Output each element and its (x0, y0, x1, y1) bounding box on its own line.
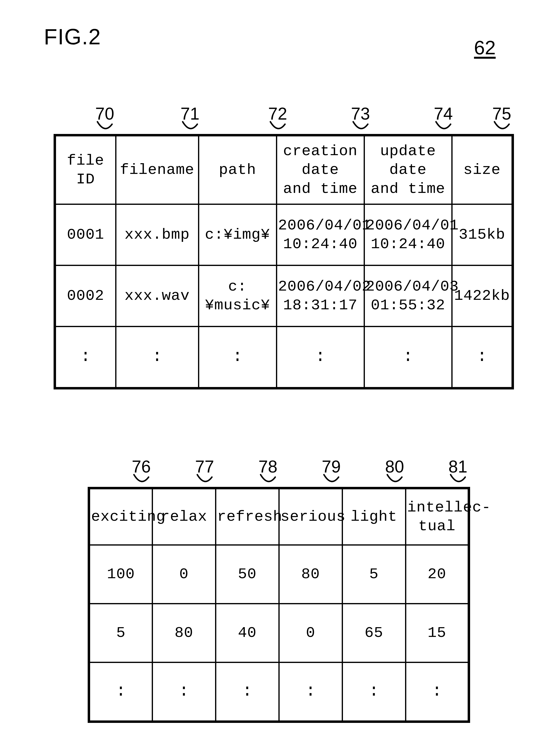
table2-column-refs: 76 77 78 79 80 81 (88, 453, 470, 487)
cell: 5 (89, 604, 152, 663)
col-ref-label: 77 (195, 457, 214, 476)
th-path: path (199, 135, 276, 204)
col-ref-70: 70 (95, 104, 114, 134)
th-filename: filename (116, 135, 199, 204)
th-refresh: refresh (216, 488, 279, 545)
col-ref-label: 70 (95, 104, 114, 123)
col-ref-label: 76 (132, 457, 151, 476)
mood-attribute-table: exciting relax refresh serious light int… (88, 487, 470, 723)
cell: 0 (279, 604, 342, 663)
cell: xxx.bmp (116, 204, 199, 266)
table-row: 100 0 50 80 5 20 (89, 545, 469, 604)
th-creation: creation date and time (276, 135, 364, 204)
col-ref-73: 73 (351, 104, 370, 134)
cell: 80 (279, 545, 342, 604)
vdots-icon: : (55, 327, 116, 388)
th-relax: relax (152, 488, 216, 545)
th-serious: serious (279, 488, 342, 545)
figure-label: FIG.2 (44, 24, 101, 49)
table-row: 0002 xxx.wav c:¥music¥ 2006/04/02 18:31:… (55, 266, 513, 327)
cell: c:¥img¥ (199, 204, 276, 266)
col-ref-81: 81 (448, 457, 468, 487)
table-row: 0001 xxx.bmp c:¥img¥ 2006/04/01 10:24:40… (55, 204, 513, 266)
col-ref-75: 75 (492, 104, 512, 134)
table-row-ellipsis: : : : : : : (89, 663, 469, 722)
vdots-icon: : (279, 663, 342, 722)
cell: 315kb (452, 204, 513, 266)
cell: 0 (152, 545, 216, 604)
vdots-icon: : (452, 327, 513, 388)
cell: 40 (216, 604, 279, 663)
vdots-icon: : (89, 663, 152, 722)
col-ref-71: 71 (180, 104, 200, 134)
col-ref-74: 74 (433, 104, 453, 134)
table-row: 5 80 40 0 65 15 (89, 604, 469, 663)
th-size: size (452, 135, 513, 204)
cell: 2006/04/01 10:24:40 (364, 204, 452, 266)
th-file-id: file ID (55, 135, 116, 204)
cell: 80 (152, 604, 216, 663)
cell: 2006/04/03 01:55:32 (364, 266, 452, 327)
th-exciting: exciting (89, 488, 152, 545)
cell: 65 (342, 604, 406, 663)
cell: 15 (406, 604, 469, 663)
cell: 5 (342, 545, 406, 604)
col-ref-76: 76 (132, 457, 151, 487)
col-ref-label: 72 (268, 104, 287, 123)
col-ref-80: 80 (385, 457, 404, 487)
cell: 2006/04/02 18:31:17 (276, 266, 364, 327)
vdots-icon: : (199, 327, 276, 388)
col-ref-72: 72 (268, 104, 287, 134)
cell: 0001 (55, 204, 116, 266)
cell: 2006/04/01 10:24:40 (276, 204, 364, 266)
vdots-icon: : (216, 663, 279, 722)
cell: 100 (89, 545, 152, 604)
table-header-row: file ID filename path creation date and … (55, 135, 513, 204)
vdots-icon: : (116, 327, 199, 388)
table1-wrap: 70 71 72 73 74 75 (53, 100, 515, 389)
col-ref-label: 79 (321, 457, 341, 476)
col-ref-label: 74 (433, 104, 453, 123)
col-ref-77: 77 (195, 457, 214, 487)
th-update: update date and time (364, 135, 452, 204)
figure-page: FIG.2 62 70 71 72 73 74 (0, 0, 559, 756)
col-ref-78: 78 (258, 457, 278, 487)
cell: c:¥music¥ (199, 266, 276, 327)
cell: 1422kb (452, 266, 513, 327)
cell: 50 (216, 545, 279, 604)
col-ref-label: 80 (385, 457, 404, 476)
col-ref-label: 73 (351, 104, 370, 123)
col-ref-label: 78 (258, 457, 278, 476)
table2-wrap: 76 77 78 79 80 81 (88, 453, 470, 723)
vdots-icon: : (406, 663, 469, 722)
reference-number-62: 62 (474, 37, 496, 59)
vdots-icon: : (364, 327, 452, 388)
table-header-row: exciting relax refresh serious light int… (89, 488, 469, 545)
table1-column-refs: 70 71 72 73 74 75 (53, 100, 515, 134)
file-metadata-table: file ID filename path creation date and … (53, 134, 514, 389)
vdots-icon: : (342, 663, 406, 722)
table-row-ellipsis: : : : : : : (55, 327, 513, 388)
th-light: light (342, 488, 406, 545)
col-ref-label: 71 (180, 104, 200, 123)
cell: 20 (406, 545, 469, 604)
col-ref-79: 79 (321, 457, 341, 487)
th-intellectual: intellec- tual (406, 488, 469, 545)
cell: xxx.wav (116, 266, 199, 327)
vdots-icon: : (276, 327, 364, 388)
col-ref-label: 81 (448, 457, 468, 476)
vdots-icon: : (152, 663, 216, 722)
col-ref-label: 75 (492, 104, 512, 123)
cell: 0002 (55, 266, 116, 327)
